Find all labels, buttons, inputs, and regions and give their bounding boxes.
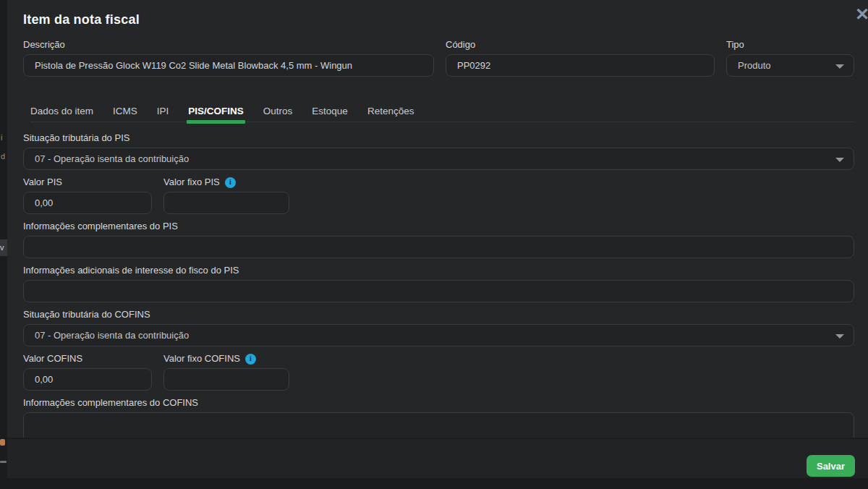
page-behind-fragment: i [1, 133, 7, 142]
valor-pis-label: Valor PIS [23, 177, 152, 188]
situacao-pis-select[interactable]: 07 - Operação isenta da contribuição [23, 148, 854, 170]
situacao-cofins-select-value: 07 - Operação isenta da contribuição [35, 330, 189, 341]
tipo-select[interactable]: Produto [726, 54, 854, 77]
valor-cofins-label: Valor COFINS [23, 353, 152, 365]
info-complementares-cofins-input[interactable] [23, 412, 854, 438]
tab-ipi[interactable]: IPI [157, 106, 169, 116]
page-behind-fragment: d [1, 152, 7, 161]
valor-fixo-pis-label: Valor fixo PIS [163, 177, 220, 188]
valor-fixo-cofins-input[interactable] [163, 368, 289, 391]
situacao-pis-label: Situação tributária do PIS [23, 132, 854, 144]
descricao-input[interactable] [23, 54, 434, 77]
page-behind-blob [0, 461, 7, 463]
codigo-input[interactable] [446, 54, 715, 77]
tab-outros[interactable]: Outros [263, 106, 293, 116]
tipo-select-value: Produto [738, 60, 771, 71]
info-complementares-pis-label: Informações complementares do PIS [23, 221, 854, 232]
info-icon[interactable]: i [245, 354, 256, 365]
valor-cofins-input[interactable] [23, 368, 152, 391]
valor-pis-input[interactable] [23, 192, 152, 214]
tab-retencoes[interactable]: Retenções [367, 106, 414, 116]
info-icon[interactable]: i [225, 177, 236, 188]
tab-icms[interactable]: ICMS [113, 106, 137, 116]
chevron-down-icon [835, 158, 844, 162]
situacao-pis-select-value: 07 - Operação isenta da contribuição [35, 153, 189, 164]
tab-pis-cofins[interactable]: PIS/COFINS [188, 106, 244, 116]
info-complementares-pis-input[interactable] [23, 236, 854, 258]
descricao-label: Descrição [23, 39, 434, 51]
chevron-down-icon [835, 334, 844, 339]
situacao-cofins-select[interactable]: 07 - Operação isenta da contribuição [23, 324, 854, 346]
close-icon[interactable]: ✕ [851, 4, 868, 26]
tab-bar: Dados do item ICMS IPI PIS/COFINS Outros… [30, 106, 854, 122]
valor-fixo-cofins-label: Valor fixo COFINS [163, 353, 240, 365]
info-adicionais-fisco-pis-input[interactable] [23, 280, 854, 302]
page-behind-blob [0, 439, 5, 446]
info-complementares-cofins-label: Informações complementares do COFINS [23, 397, 854, 409]
invoice-item-modal: ✕ Item da nota fiscal Descrição Código T… [7, 0, 868, 438]
tab-dados-do-item[interactable]: Dados do item [30, 106, 93, 116]
tab-estoque[interactable]: Estoque [312, 106, 348, 116]
valor-fixo-pis-input[interactable] [163, 192, 289, 214]
info-adicionais-fisco-pis-label: Informações adicionais de interesse do f… [23, 265, 854, 276]
page-behind-fragment: v [0, 239, 7, 256]
situacao-cofins-label: Situação tributária do COFINS [23, 309, 854, 320]
save-button[interactable]: Salvar [807, 455, 855, 477]
modal-footer: Salvar [7, 438, 868, 478]
tipo-label: Tipo [726, 39, 854, 51]
modal-title: Item da nota fiscal [23, 12, 854, 27]
codigo-label: Código [446, 39, 715, 51]
chevron-down-icon [835, 64, 844, 69]
header-fields-row: Descrição Código Tipo Produto [23, 39, 854, 77]
